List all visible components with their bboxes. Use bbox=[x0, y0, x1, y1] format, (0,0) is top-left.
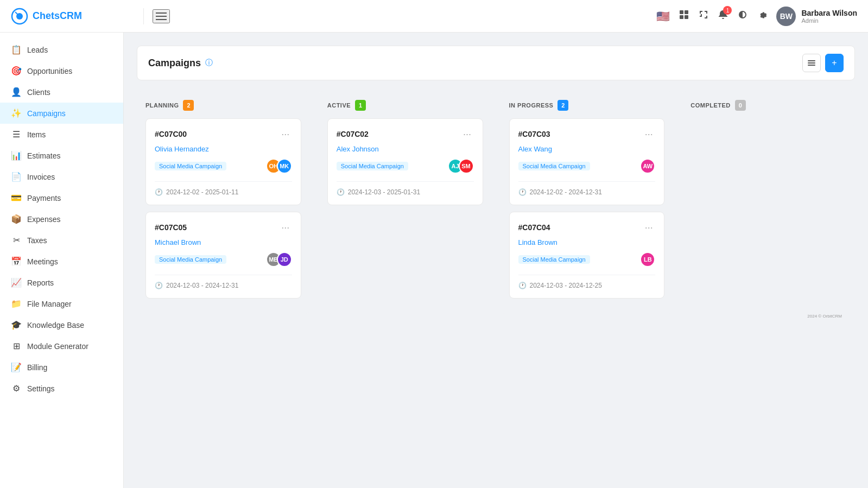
sidebar-item-clients[interactable]: 👤 Clients bbox=[0, 81, 123, 103]
card-menu-button[interactable]: ··· bbox=[642, 221, 655, 234]
sidebar-label-payments: Payments bbox=[27, 194, 61, 202]
column-title-planning: PLANNING bbox=[145, 102, 179, 109]
clock-icon: 🕐 bbox=[518, 282, 527, 289]
sidebar-item-knowledge-base[interactable]: 🎓 Knowledge Base bbox=[0, 314, 123, 335]
card-menu-button[interactable]: ··· bbox=[279, 128, 292, 141]
column-header-completed: COMPLETED 0 bbox=[690, 100, 846, 111]
sidebar-item-leads[interactable]: 📋 Leads bbox=[0, 39, 123, 60]
dark-mode-icon[interactable] bbox=[737, 9, 748, 23]
logo-text: ChetsCRM bbox=[33, 10, 82, 22]
sidebar-item-billing[interactable]: 📝 Billing bbox=[0, 357, 123, 378]
sidebar-item-module-generator[interactable]: ⊞ Module Generator bbox=[0, 335, 123, 357]
column-badge-in-progress: 2 bbox=[557, 100, 568, 111]
top-header: ChetsCRM 🇺🇸 1 BW Barbara Wilson Admin bbox=[0, 0, 868, 33]
card-header: #C07C02 ··· bbox=[337, 128, 474, 141]
card-avatars: MBJD bbox=[266, 252, 292, 267]
sidebar-item-meetings[interactable]: 📅 Meetings bbox=[0, 251, 123, 272]
campaign-tag: Social Media Campaign bbox=[518, 162, 590, 170]
sidebar-label-opportunities: Opportunities bbox=[27, 67, 72, 75]
card-avatar: JD bbox=[277, 252, 292, 267]
kanban-board: PLANNING 2 #C07C00 ··· Olivia Hernandez … bbox=[137, 91, 855, 314]
sidebar-item-invoices[interactable]: 📄 Invoices bbox=[0, 166, 123, 187]
sidebar-icon-leads: 📋 bbox=[11, 45, 22, 55]
card-footer: 🕐 2024-12-03 - 2024-12-31 bbox=[155, 275, 292, 289]
sidebar-item-expenses[interactable]: 📦 Expenses bbox=[0, 208, 123, 230]
card-id: #C07C03 bbox=[518, 130, 550, 138]
sidebar: 📋 Leads 🎯 Opportunities 👤 Clients ✨ Camp… bbox=[0, 33, 124, 488]
notification-icon[interactable]: 1 bbox=[718, 9, 728, 23]
card-contact[interactable]: Alex Wang bbox=[518, 145, 656, 153]
sidebar-label-reports: Reports bbox=[27, 278, 54, 287]
sidebar-label-file-manager: File Manager bbox=[27, 300, 72, 308]
card-middle: Social Media Campaign OHMK bbox=[155, 159, 292, 174]
sidebar-label-estimates: Estimates bbox=[27, 151, 60, 160]
campaign-tag: Social Media Campaign bbox=[155, 255, 226, 264]
header-divider bbox=[143, 8, 144, 24]
sidebar-icon-invoices: 📄 bbox=[11, 172, 22, 182]
column-badge-active: 1 bbox=[355, 100, 366, 111]
add-campaign-button[interactable]: + bbox=[825, 54, 844, 72]
campaign-card[interactable]: #C07C02 ··· Alex Johnson Social Media Ca… bbox=[327, 118, 483, 205]
sidebar-label-campaigns: Campaigns bbox=[27, 109, 66, 118]
card-contact[interactable]: Michael Brown bbox=[155, 238, 292, 246]
svg-rect-4 bbox=[680, 15, 683, 19]
sidebar-label-module-generator: Module Generator bbox=[27, 342, 88, 351]
hamburger-button[interactable] bbox=[153, 9, 170, 23]
info-icon[interactable]: ⓘ bbox=[205, 58, 213, 68]
sidebar-icon-items: ☰ bbox=[11, 129, 22, 140]
campaign-card[interactable]: #C07C04 ··· Linda Brown Social Media Cam… bbox=[509, 212, 665, 299]
column-title-active: ACTIVE bbox=[327, 102, 351, 109]
card-avatar: MK bbox=[277, 159, 292, 174]
card-contact[interactable]: Alex Johnson bbox=[337, 145, 474, 153]
sidebar-label-clients: Clients bbox=[27, 88, 50, 97]
sidebar-item-items[interactable]: ☰ Items bbox=[0, 124, 123, 145]
grid-icon[interactable] bbox=[679, 9, 689, 23]
sidebar-item-payments[interactable]: 💳 Payments bbox=[0, 187, 123, 208]
fullscreen-icon[interactable] bbox=[698, 9, 709, 23]
card-id: #C07C00 bbox=[155, 130, 187, 138]
sidebar-icon-taxes: ✂ bbox=[11, 235, 22, 245]
card-id: #C07C02 bbox=[337, 130, 369, 138]
user-role: Admin bbox=[801, 17, 857, 24]
sidebar-item-campaigns[interactable]: ✨ Campaigns bbox=[0, 103, 123, 124]
campaign-card[interactable]: #C07C05 ··· Michael Brown Social Media C… bbox=[145, 212, 301, 299]
card-menu-button[interactable]: ··· bbox=[642, 128, 655, 141]
campaign-card[interactable]: #C07C03 ··· Alex Wang Social Media Campa… bbox=[509, 118, 665, 205]
column-title-in-progress: IN PROGRESS bbox=[509, 102, 554, 109]
sidebar-label-invoices: Invoices bbox=[27, 173, 55, 181]
column-header-in-progress: IN PROGRESS 2 bbox=[509, 100, 665, 111]
card-contact[interactable]: Olivia Hernandez bbox=[155, 145, 292, 153]
card-header: #C07C05 ··· bbox=[155, 221, 292, 234]
footer-text: 2024 © OrbitCRM bbox=[137, 314, 855, 324]
sidebar-item-estimates[interactable]: 📊 Estimates bbox=[0, 145, 123, 166]
card-date-range: 2024-12-02 - 2025-01-11 bbox=[166, 188, 238, 196]
flag-icon[interactable]: 🇺🇸 bbox=[656, 10, 670, 23]
list-view-button[interactable] bbox=[802, 54, 821, 72]
sidebar-item-settings[interactable]: ⚙ Settings bbox=[0, 378, 123, 399]
svg-rect-2 bbox=[680, 10, 683, 14]
card-menu-button[interactable]: ··· bbox=[279, 221, 292, 234]
page-header: Campaigns ⓘ + bbox=[137, 46, 855, 80]
svg-rect-6 bbox=[808, 60, 815, 61]
user-info[interactable]: BW Barbara Wilson Admin bbox=[776, 7, 857, 26]
card-date-range: 2024-12-02 - 2024-12-31 bbox=[530, 188, 602, 196]
card-contact[interactable]: Linda Brown bbox=[518, 238, 656, 246]
sidebar-item-file-manager[interactable]: 📁 File Manager bbox=[0, 293, 123, 314]
campaign-card[interactable]: #C07C00 ··· Olivia Hernandez Social Medi… bbox=[145, 118, 301, 205]
column-title-completed: COMPLETED bbox=[690, 102, 731, 109]
sidebar-label-knowledge-base: Knowledge Base bbox=[27, 321, 84, 329]
column-in-progress: IN PROGRESS 2 #C07C03 ··· Alex Wang Soci… bbox=[500, 91, 674, 314]
card-footer: 🕐 2024-12-03 - 2024-12-25 bbox=[518, 275, 656, 289]
sidebar-icon-meetings: 📅 bbox=[11, 256, 22, 267]
svg-rect-3 bbox=[685, 10, 688, 14]
sidebar-item-reports[interactable]: 📈 Reports bbox=[0, 272, 123, 293]
sidebar-icon-campaigns: ✨ bbox=[11, 108, 22, 118]
card-middle: Social Media Campaign LB bbox=[518, 252, 656, 267]
sidebar-item-taxes[interactable]: ✂ Taxes bbox=[0, 230, 123, 251]
column-badge-completed: 0 bbox=[735, 100, 746, 111]
logo[interactable]: ChetsCRM bbox=[11, 8, 135, 25]
svg-rect-7 bbox=[808, 62, 815, 64]
sidebar-item-opportunities[interactable]: 🎯 Opportunities bbox=[0, 60, 123, 81]
settings-icon[interactable] bbox=[757, 9, 768, 23]
card-menu-button[interactable]: ··· bbox=[461, 128, 474, 141]
